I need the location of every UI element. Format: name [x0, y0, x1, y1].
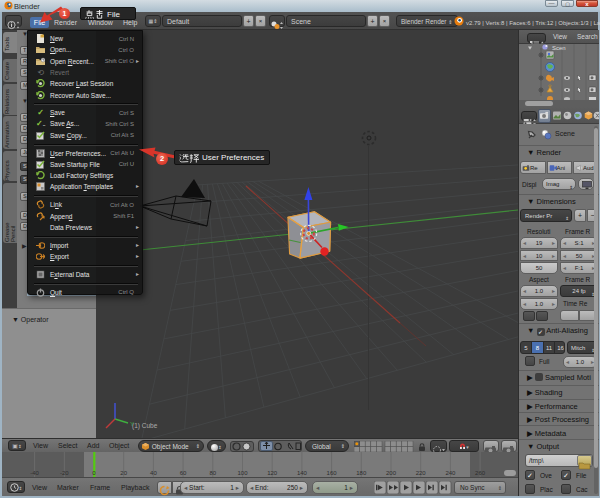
svg-text:40: 40 — [150, 470, 157, 476]
svg-text:60: 60 — [180, 470, 187, 476]
svg-text:Scen: Scen — [552, 45, 566, 51]
svg-text:240: 240 — [445, 470, 456, 476]
svg-text:100: 100 — [237, 470, 248, 476]
svg-text:120: 120 — [267, 470, 278, 476]
svg-text:0: 0 — [92, 470, 96, 476]
svg-text:220: 220 — [416, 470, 427, 476]
svg-text:180: 180 — [356, 470, 367, 476]
svg-text:-20: -20 — [60, 470, 69, 476]
svg-text:20: 20 — [120, 470, 127, 476]
svg-text:160: 160 — [327, 470, 338, 476]
svg-text:200: 200 — [386, 470, 397, 476]
svg-text:80: 80 — [209, 470, 216, 476]
svg-text:-40: -40 — [30, 470, 39, 476]
svg-text:140: 140 — [297, 470, 308, 476]
svg-text:260: 260 — [475, 470, 486, 476]
svg-text:(1) Cube: (1) Cube — [132, 422, 158, 430]
